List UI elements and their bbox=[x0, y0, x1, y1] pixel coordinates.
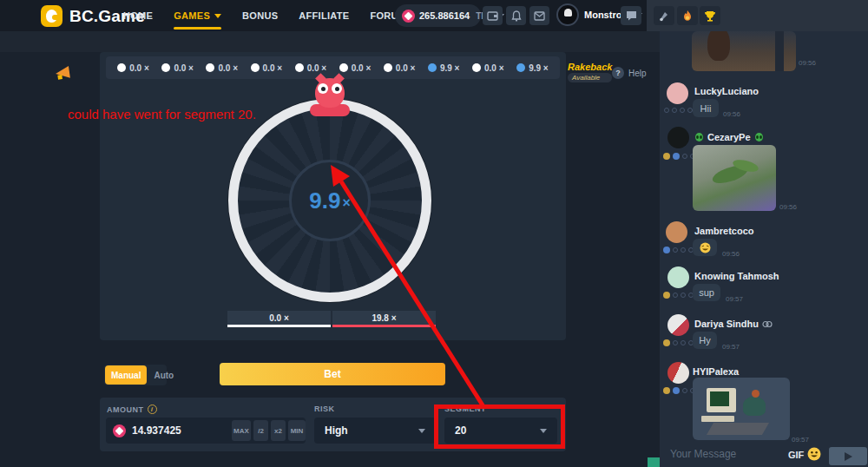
result-dot-icon bbox=[251, 63, 260, 72]
rakeback-status: Available bbox=[568, 73, 612, 82]
chat-image bbox=[693, 145, 776, 211]
laughing-emoji-icon bbox=[700, 242, 711, 253]
chat-header: Global bbox=[647, 0, 868, 31]
emoji-picker-button[interactable] bbox=[807, 447, 821, 464]
segment-select[interactable]: 20 bbox=[444, 418, 557, 444]
chat-message: sup bbox=[693, 284, 720, 301]
bet-button[interactable]: Bet bbox=[220, 363, 445, 385]
bc-game-app: BC.Game HOME GAMES BONUS AFFILIATE FORUM… bbox=[0, 0, 868, 467]
shuttlecock-icon bbox=[658, 10, 670, 22]
history-chip: 0.0 × bbox=[339, 63, 372, 73]
avatar[interactable] bbox=[667, 82, 688, 104]
gif-button[interactable]: GIF bbox=[788, 450, 804, 460]
avatar[interactable] bbox=[666, 221, 687, 243]
nav-bonus[interactable]: BONUS bbox=[242, 0, 278, 31]
amount-max-button[interactable]: MAX bbox=[232, 420, 251, 441]
amount-half-button[interactable]: /2 bbox=[253, 420, 268, 441]
message-time: 09:56 bbox=[722, 250, 740, 258]
question-mark-icon: ? bbox=[612, 67, 624, 79]
history-chip: 0.0 × bbox=[472, 63, 504, 73]
result-history-bar: 0.0 × 0.0 × 0.0 × 0.0 × 0.0 × 0.0 × 0.0 … bbox=[106, 56, 560, 79]
bc-game-logo-icon bbox=[41, 5, 62, 27]
history-chip: 9.9 × bbox=[428, 63, 460, 73]
send-arrow-icon bbox=[845, 452, 852, 461]
amount-value: 14.937425 bbox=[132, 424, 181, 437]
nav-home[interactable]: HOME bbox=[123, 0, 153, 31]
bet-mode-toggle: Manual Auto bbox=[104, 365, 167, 385]
chevron-down-icon bbox=[540, 429, 547, 433]
result-dot-icon bbox=[516, 63, 525, 72]
alien-icon bbox=[694, 133, 704, 142]
balance-selector[interactable]: 265.886164 TRX bbox=[395, 4, 481, 27]
envelope-icon bbox=[534, 11, 545, 21]
wheel-result-multiplier: 9.9 × bbox=[289, 160, 371, 241]
hot-chat-tab[interactable] bbox=[677, 6, 698, 25]
amount-double-button[interactable]: x2 bbox=[271, 420, 286, 441]
chat-username[interactable]: Dariya Sindhu bbox=[694, 319, 773, 329]
message-time: 09:56 bbox=[723, 110, 740, 118]
avatar[interactable] bbox=[667, 362, 689, 384]
amount-min-button[interactable]: MIN bbox=[288, 420, 306, 441]
message-time: 09:56 bbox=[779, 203, 797, 211]
wallet-button[interactable] bbox=[483, 6, 503, 25]
history-chip: 0.0 × bbox=[384, 63, 416, 73]
chat-image bbox=[693, 378, 790, 440]
tab-underline bbox=[332, 325, 436, 327]
wallet-icon bbox=[487, 10, 498, 21]
chat-username[interactable]: LuckyLuciano bbox=[694, 86, 759, 96]
chat-input-bar: GIF bbox=[660, 446, 868, 467]
multiplier-tabs: 0.0 × 19.8 × bbox=[227, 311, 436, 327]
result-dot-icon bbox=[339, 63, 348, 72]
risk-label: RISK bbox=[314, 405, 335, 413]
message-time: 09:56 bbox=[799, 59, 816, 67]
risk-select[interactable]: High bbox=[314, 418, 436, 444]
leaderboard-chat-tab[interactable] bbox=[700, 6, 720, 25]
amount-label: AMOUNT i bbox=[107, 405, 157, 414]
main-nav: HOME GAMES BONUS AFFILIATE FORUM bbox=[123, 0, 406, 31]
chat-message: Hii bbox=[693, 99, 719, 117]
emoji-message bbox=[693, 239, 717, 256]
segment-label: SEGMENT bbox=[444, 405, 486, 413]
result-dot-icon bbox=[161, 63, 170, 72]
manual-mode-button[interactable]: Manual bbox=[105, 365, 147, 385]
auto-mode-button[interactable]: Auto bbox=[148, 371, 180, 380]
chat-username[interactable]: HYIPalexa bbox=[693, 366, 739, 377]
chat-image bbox=[692, 31, 796, 71]
chevron-down-icon bbox=[214, 14, 221, 18]
avatar[interactable] bbox=[667, 314, 689, 336]
result-dot-icon bbox=[117, 63, 126, 72]
help-button[interactable]: ? Help bbox=[612, 67, 647, 79]
alien-icon bbox=[754, 133, 764, 142]
chat-toggle-button[interactable] bbox=[621, 6, 641, 25]
announcement-bar: WELCOME Joe26 JOIN THE GAME Rakeback Ava… bbox=[0, 31, 664, 52]
flame-icon bbox=[681, 10, 694, 22]
history-chip: 0.0 × bbox=[161, 63, 194, 73]
send-message-button[interactable] bbox=[829, 447, 867, 465]
nav-games[interactable]: GAMES bbox=[174, 0, 221, 31]
rakeback-title: Rakeback bbox=[568, 62, 612, 72]
chat-sidebar: 09:56 LuckyLuciano Hii 09:56 CezaryPe 09… bbox=[660, 31, 868, 467]
multiplier-tab-high[interactable]: 19.8 × bbox=[332, 311, 436, 327]
user-badges bbox=[663, 247, 694, 253]
chevron-down-icon bbox=[418, 429, 425, 433]
chat-username[interactable]: Knowing Tahmosh bbox=[694, 271, 779, 281]
rings-icon bbox=[762, 320, 773, 328]
avatar[interactable] bbox=[667, 266, 689, 288]
chat-username[interactable]: Jambretcoco bbox=[694, 226, 753, 236]
info-icon: i bbox=[148, 405, 157, 414]
history-chip: 0.0 × bbox=[206, 63, 238, 73]
megaphone-icon bbox=[55, 66, 70, 80]
messages-button[interactable] bbox=[529, 6, 549, 25]
smiley-emoji-icon bbox=[807, 447, 821, 461]
chat-message-input[interactable] bbox=[670, 448, 779, 460]
multiplier-tab-low[interactable]: 0.0 × bbox=[227, 311, 331, 327]
sports-chat-tab[interactable] bbox=[654, 6, 674, 25]
chat-username[interactable]: CezaryPe bbox=[694, 132, 764, 142]
user-avatar bbox=[556, 3, 579, 26]
bet-controls-panel: AMOUNT i 14.937425 MAX /2 x2 MIN RISK Hi… bbox=[100, 398, 566, 451]
avatar[interactable] bbox=[667, 127, 689, 148]
notifications-button[interactable] bbox=[506, 6, 526, 25]
nav-affiliate[interactable]: AFFILIATE bbox=[299, 0, 349, 31]
trophy-icon bbox=[704, 10, 716, 22]
message-time: 09:57 bbox=[722, 343, 740, 351]
